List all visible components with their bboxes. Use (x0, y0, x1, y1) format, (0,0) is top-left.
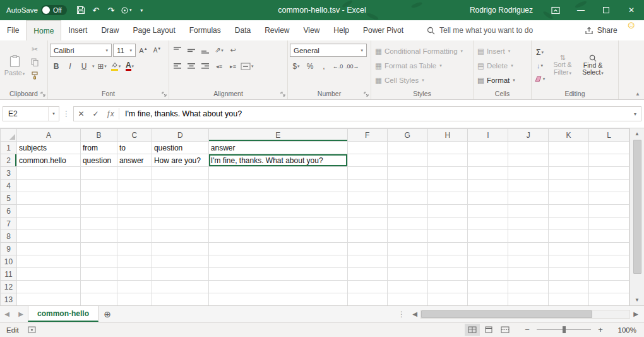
cell-L8[interactable] (589, 230, 629, 243)
cell-E3[interactable] (208, 167, 347, 180)
cell-E8[interactable] (208, 230, 347, 243)
cell-D9[interactable] (152, 243, 208, 255)
cell-J2[interactable] (508, 154, 549, 167)
horizontal-scrollbar[interactable]: ◀ ▶ (409, 306, 644, 322)
cell-D6[interactable] (152, 205, 208, 218)
cell-L10[interactable] (589, 255, 629, 268)
cell-I6[interactable] (468, 205, 508, 218)
vertical-scrollbar[interactable]: ▲ ▼ (629, 128, 644, 305)
delete-cells-button[interactable]: ▤ Delete ▾ (475, 58, 529, 73)
cell-F6[interactable] (347, 205, 387, 218)
cell-E2[interactable]: I'm fine, thanks. What about you? (208, 154, 347, 167)
cell-K5[interactable] (549, 192, 589, 205)
sort-filter-button[interactable]: ⇅ Sort & Filter▾ (549, 42, 576, 89)
cell-G13[interactable] (387, 293, 427, 306)
cell-C11[interactable] (117, 268, 152, 281)
user-name[interactable]: Rodrigo Rodriguez (470, 6, 533, 15)
cell-G10[interactable] (387, 255, 427, 268)
tab-help[interactable]: Help (326, 20, 356, 40)
cell-H12[interactable] (427, 281, 468, 293)
cell-L12[interactable] (589, 281, 629, 293)
cell-A9[interactable] (16, 243, 80, 255)
autosave-switch[interactable]: Off (41, 5, 67, 15)
cell-K9[interactable] (549, 243, 589, 255)
cell-G5[interactable] (387, 192, 427, 205)
cell-H13[interactable] (427, 293, 468, 306)
borders-button[interactable]: ⊞▾ (96, 59, 109, 73)
row-header-2[interactable]: 2 (1, 154, 17, 167)
cell-H2[interactable] (427, 154, 468, 167)
cell-K11[interactable] (549, 268, 589, 281)
cell-I2[interactable] (468, 154, 508, 167)
cell-D8[interactable] (152, 230, 208, 243)
macro-record-button[interactable] (28, 326, 36, 333)
row-header-11[interactable]: 11 (1, 268, 17, 281)
paste-button[interactable]: Paste▾ (2, 42, 27, 89)
cell-A3[interactable] (16, 167, 80, 180)
cell-I8[interactable] (468, 230, 508, 243)
cell-L2[interactable] (589, 154, 629, 167)
row-header-3[interactable]: 3 (1, 167, 17, 180)
scroll-left-icon[interactable]: ◀ (409, 310, 420, 317)
zoom-slider-thumb[interactable] (563, 326, 566, 333)
tab-formulas[interactable]: Formulas (182, 20, 228, 40)
currency-format-button[interactable]: $▾ (290, 59, 302, 73)
cell-H8[interactable] (427, 230, 468, 243)
italic-button[interactable]: I (64, 59, 76, 73)
cell-E4[interactable] (208, 180, 347, 192)
cell-H9[interactable] (427, 243, 468, 255)
insert-function-button[interactable]: ƒx (103, 107, 117, 121)
cell-B9[interactable] (80, 243, 117, 255)
column-header-D[interactable]: D (152, 129, 208, 142)
collapse-ribbon-button[interactable]: ▲ (635, 91, 640, 97)
cell-F3[interactable] (347, 167, 387, 180)
cell-I13[interactable] (468, 293, 508, 306)
cell-A4[interactable] (16, 180, 80, 192)
column-header-K[interactable]: K (549, 129, 589, 142)
cell-E10[interactable] (208, 255, 347, 268)
cell-G11[interactable] (387, 268, 427, 281)
scroll-down-icon[interactable]: ▼ (630, 295, 644, 305)
sheet-nav-right-icon[interactable]: ▶ (14, 306, 28, 322)
cell-J6[interactable] (508, 205, 549, 218)
cell-A8[interactable] (16, 230, 80, 243)
align-right-button[interactable] (199, 59, 212, 73)
cell-I7[interactable] (468, 218, 508, 230)
cell-A5[interactable] (16, 192, 80, 205)
tab-draw[interactable]: Draw (94, 20, 126, 40)
name-box-dropdown[interactable]: ▾ (48, 107, 59, 121)
cell-K7[interactable] (549, 218, 589, 230)
column-header-E[interactable]: E (208, 129, 347, 142)
bold-button[interactable]: B (50, 59, 63, 73)
cell-G12[interactable] (387, 281, 427, 293)
cut-button[interactable]: ✂ (28, 42, 41, 56)
cell-C12[interactable] (117, 281, 152, 293)
cell-D1[interactable]: question (152, 142, 208, 154)
cell-D4[interactable] (152, 180, 208, 192)
cell-L9[interactable] (589, 243, 629, 255)
cell-F1[interactable] (347, 142, 387, 154)
cell-C10[interactable] (117, 255, 152, 268)
cell-J4[interactable] (508, 180, 549, 192)
feedback-smiley-icon[interactable]: ☺ (626, 20, 636, 40)
cell-K8[interactable] (549, 230, 589, 243)
cell-J10[interactable] (508, 255, 549, 268)
cell-G1[interactable] (387, 142, 427, 154)
horizontal-scroll-track[interactable] (420, 310, 630, 319)
cell-E13[interactable] (208, 293, 347, 306)
cell-H7[interactable] (427, 218, 468, 230)
row-header-6[interactable]: 6 (1, 205, 17, 218)
cell-A1[interactable]: subjects (16, 142, 80, 154)
percent-format-button[interactable]: % (304, 59, 316, 73)
cell-B11[interactable] (80, 268, 117, 281)
cell-B1[interactable]: from (80, 142, 117, 154)
formula-input[interactable]: I'm fine, thanks. What about you? (121, 109, 629, 118)
comma-format-button[interactable]: , (318, 59, 330, 73)
copy-button[interactable] (28, 56, 41, 69)
cell-F2[interactable] (347, 154, 387, 167)
cell-A10[interactable] (16, 255, 80, 268)
horizontal-scroll-thumb[interactable] (421, 310, 592, 318)
cell-B3[interactable] (80, 167, 117, 180)
column-header-A[interactable]: A (16, 129, 80, 142)
tab-bar-splitter[interactable]: ⋮ (394, 306, 409, 322)
